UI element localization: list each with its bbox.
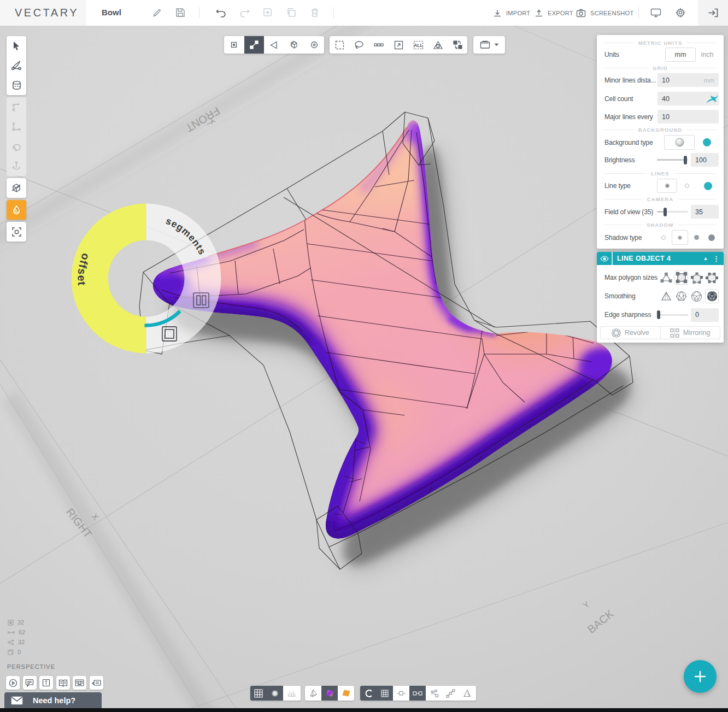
primitive-tool-button[interactable] [7, 75, 26, 95]
vertex-snap-button[interactable] [393, 686, 409, 701]
collapse-caret-icon[interactable]: ▲ [698, 256, 713, 261]
rotate-tool-button[interactable] [7, 137, 26, 156]
polygon-quad-option[interactable] [674, 270, 688, 285]
rotate-axis-tool-button[interactable] [7, 156, 26, 176]
scale-tool-button[interactable] [7, 117, 26, 137]
angle-snap-button[interactable] [459, 686, 475, 701]
edge-snap-button[interactable] [409, 686, 426, 701]
units-mm-option[interactable]: mm [665, 48, 696, 62]
line-type-circle-option[interactable] [677, 184, 697, 188]
line-color-swatch[interactable] [704, 182, 712, 190]
move-tool-button[interactable] [7, 97, 26, 117]
fov-slider[interactable] [657, 211, 688, 213]
solid-mode-icon [342, 689, 351, 697]
draw-tool-button[interactable] [7, 56, 26, 75]
edge-sharpness-input[interactable]: 0 [691, 308, 719, 322]
delete-icon[interactable] [308, 6, 321, 19]
shadow-none-option[interactable] [655, 236, 672, 240]
background-type-sphere-option[interactable] [664, 135, 695, 150]
slider-knob[interactable] [657, 310, 660, 319]
revolve-button[interactable]: Revolve [601, 327, 660, 339]
redo-icon[interactable] [238, 6, 251, 19]
smoothing-low-option[interactable] [674, 289, 688, 303]
app-logo[interactable]: VECTARY [15, 7, 79, 19]
lasso-select-button[interactable] [349, 36, 369, 54]
visibility-eye-icon[interactable] [597, 252, 613, 265]
snap-to-vertex-button[interactable] [426, 686, 442, 701]
tutorial-play-button[interactable] [6, 676, 20, 690]
docs-button[interactable] [56, 676, 70, 690]
line-type-dot-option[interactable] [657, 179, 677, 193]
background-color-swatch[interactable] [703, 138, 711, 146]
minor-lines-label: Minor lines dista... [604, 77, 657, 84]
color-tool-button[interactable] [7, 200, 26, 220]
feedback-button[interactable] [90, 676, 103, 690]
edge-sharpness-slider[interactable] [657, 314, 688, 316]
smoothing-high-option[interactable] [705, 289, 719, 303]
document-title[interactable]: Bowl [102, 8, 121, 17]
wireframe-mode-button[interactable] [305, 686, 321, 701]
exit-icon[interactable] [707, 7, 720, 20]
grow-selection-button[interactable] [389, 36, 408, 54]
element-mode-button[interactable] [284, 36, 304, 54]
fov-input[interactable]: 35 [691, 205, 719, 219]
material-mode-button[interactable] [321, 686, 338, 701]
stats-toggle-button[interactable] [283, 686, 300, 701]
display-mode-icon[interactable] [649, 6, 662, 19]
add-object-fab[interactable] [684, 660, 717, 693]
object-mode-button[interactable] [304, 36, 324, 54]
select-degree-button[interactable]: 3 [428, 36, 448, 54]
minor-lines-input[interactable]: 10mm [657, 73, 719, 87]
chat-button[interactable] [23, 676, 37, 690]
edge-mode-button[interactable] [244, 36, 265, 54]
undo-icon[interactable] [214, 6, 227, 19]
lasso-select-icon [354, 40, 364, 50]
settings-gear-icon[interactable] [674, 6, 687, 19]
smoothing-medium-option[interactable] [690, 289, 703, 303]
vertex-mode-button[interactable] [224, 36, 244, 54]
need-help-button[interactable]: Need help? [4, 692, 102, 709]
polygon-hexa-option[interactable] [705, 270, 719, 285]
grid-toggle-button[interactable] [250, 686, 267, 701]
copy-icon-icon [286, 8, 296, 17]
screenshot-button[interactable]: SCREENSHOT [576, 0, 633, 26]
save-icon[interactable] [174, 6, 187, 19]
soft-shadow-toggle-button[interactable] [267, 686, 283, 701]
focus-tool-button[interactable] [7, 222, 26, 242]
marquee-select-button[interactable] [330, 36, 349, 54]
wireframe-toggle-button[interactable] [7, 178, 26, 198]
snap-along-path-button[interactable] [442, 686, 459, 701]
grid-snap-button[interactable] [377, 686, 393, 701]
duplicate-icon[interactable] [261, 6, 274, 19]
select-tool-button[interactable] [7, 36, 26, 56]
polygon-penta-option[interactable] [690, 270, 703, 285]
info-button[interactable] [39, 676, 53, 690]
import-button[interactable]: IMPORT [493, 0, 530, 26]
smoothing-none-option[interactable] [659, 289, 673, 303]
shadow-hard-option[interactable] [704, 234, 719, 241]
shadow-soft-option[interactable] [672, 230, 688, 245]
brightness-input[interactable]: 100 [691, 153, 719, 167]
smoothing-none-icon [661, 291, 672, 301]
magnet-snap-button[interactable] [360, 686, 377, 701]
kebab-menu-icon[interactable]: ⋮ [713, 255, 724, 263]
rename-icon[interactable] [150, 6, 163, 19]
units-inch-option[interactable]: inch [696, 51, 719, 58]
major-lines-input[interactable]: 10 [657, 110, 719, 123]
shadow-medium-option[interactable] [688, 235, 704, 240]
brightness-slider[interactable] [657, 159, 688, 161]
mirroring-button[interactable]: Mirroring [660, 327, 720, 339]
loop-select-button[interactable] [369, 36, 389, 54]
polygon-tri-option[interactable] [659, 270, 673, 285]
face-mode-button[interactable] [264, 36, 284, 54]
slider-knob[interactable] [684, 156, 687, 164]
solid-mode-button[interactable] [338, 686, 354, 701]
shortcuts-button[interactable] [73, 676, 86, 690]
slider-knob[interactable] [664, 208, 667, 216]
export-button[interactable]: EXPORT [535, 0, 573, 26]
copy-icon[interactable] [285, 6, 298, 19]
snapshot-menu-button[interactable] [473, 36, 505, 54]
invert-selection-button[interactable] [448, 36, 467, 54]
projection-label[interactable]: PERSPECTIVE [7, 663, 55, 670]
select-all-button[interactable]: ALL [408, 36, 428, 54]
